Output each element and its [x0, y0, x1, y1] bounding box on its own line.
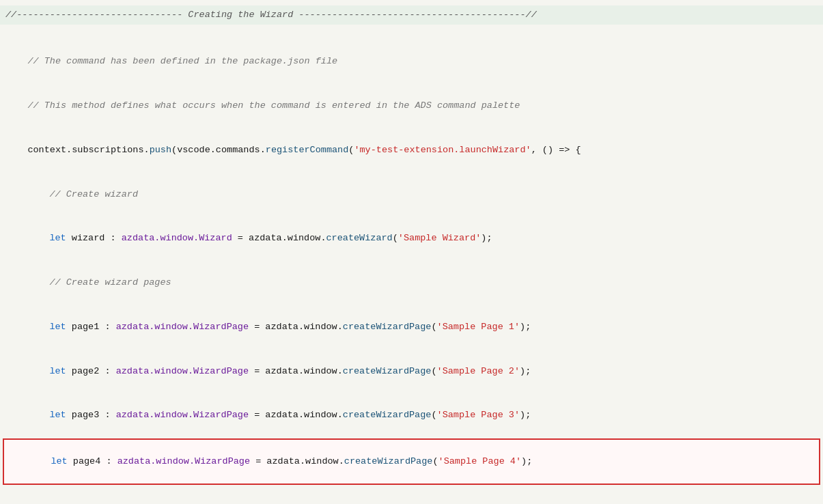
- comment-line-2: // This method defines what occurs when …: [0, 83, 823, 128]
- section-header: //------------------------------ Creatin…: [0, 5, 823, 25]
- populate-comment: // Populate pages with content: [0, 486, 823, 504]
- comment-text: // The command has been defined in the p…: [27, 56, 337, 66]
- code-editor: //------------------------------ Creatin…: [0, 0, 823, 504]
- blank-line-1: [0, 25, 823, 40]
- context-text: context.subscriptions.: [27, 145, 149, 155]
- page4-line: let page4 : azdata.window.WizardPage = a…: [3, 438, 820, 486]
- create-wizard-comment: // Create wizard: [0, 172, 823, 216]
- page2-line: let page2 : azdata.window.WizardPage = a…: [0, 349, 823, 393]
- comment-text-2: // This method defines what occurs when …: [27, 100, 520, 111]
- page3-line: let page3 : azdata.window.WizardPage = a…: [0, 393, 823, 438]
- create-pages-comment: // Create wizard pages: [0, 261, 823, 305]
- page1-line: let page1 : azdata.window.WizardPage = a…: [0, 305, 823, 349]
- let-wizard-line: let wizard : azdata.window.Wizard = azda…: [0, 216, 823, 261]
- context-push-line: context.subscriptions.push(vscode.comman…: [0, 128, 823, 172]
- comment-line-1: // The command has been defined in the p…: [0, 40, 823, 84]
- push-method: push: [150, 145, 171, 155]
